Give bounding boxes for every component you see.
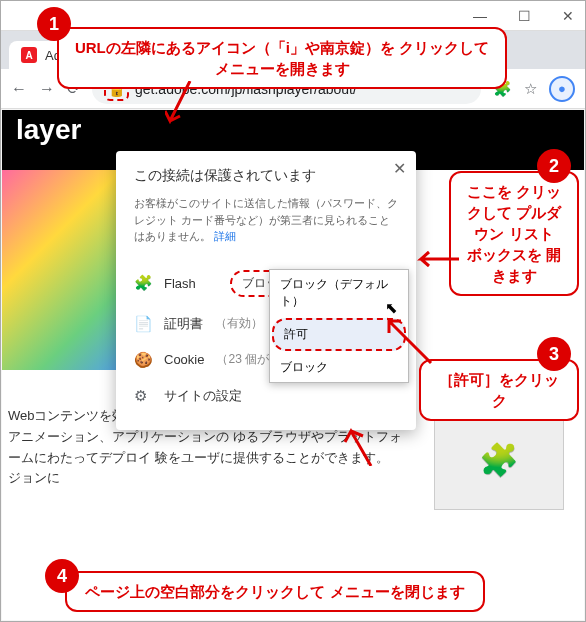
- arrow-3: [381, 313, 437, 373]
- adobe-icon: A: [21, 47, 37, 63]
- cookie-label: Cookie: [164, 352, 204, 367]
- popup-title: この接続は保護されています: [134, 167, 398, 185]
- popup-description: お客様がこのサイトに送信した情報（パスワード、クレジット カード番号など）が第三…: [134, 195, 398, 245]
- arrow-4: [341, 426, 381, 466]
- back-button[interactable]: ←: [11, 80, 27, 98]
- popup-close-icon[interactable]: ✕: [393, 159, 406, 178]
- learn-more-link[interactable]: 詳細: [214, 230, 236, 242]
- close-window-button[interactable]: ✕: [555, 8, 581, 24]
- callout-number-3: 3: [537, 337, 571, 371]
- callout-number-2: 2: [537, 149, 571, 183]
- flash-icon: 🧩: [134, 274, 152, 292]
- callout-2: ここを クリックして プルダウン リスト ボックスを 開きます: [449, 171, 579, 296]
- bookmark-star-icon[interactable]: ☆: [524, 80, 537, 98]
- callout-number-4: 4: [45, 559, 79, 593]
- forward-button[interactable]: →: [39, 80, 55, 98]
- arrow-2: [415, 249, 459, 273]
- maximize-button[interactable]: ☐: [511, 8, 537, 24]
- profile-avatar[interactable]: ●: [549, 76, 575, 102]
- certificate-status: （有効）: [215, 315, 263, 332]
- callout-number-1: 1: [37, 7, 71, 41]
- cookie-icon: 🍪: [134, 351, 152, 369]
- flash-label: Flash: [164, 276, 218, 291]
- callout-1: URLの左隣にあるアイコン（「i」や南京錠）を クリックしてメニューを開きます: [57, 27, 507, 89]
- callout-4: ページ上の空白部分をクリックして メニューを閉じます: [65, 571, 485, 612]
- plugin-placeholder[interactable]: 🧩: [434, 410, 564, 510]
- arrow-1: [165, 81, 195, 131]
- certificate-icon: 📄: [134, 315, 152, 333]
- certificate-label: 証明書: [164, 315, 203, 333]
- minimize-button[interactable]: —: [467, 8, 493, 24]
- gear-icon: ⚙: [134, 387, 152, 405]
- site-settings-label: サイトの設定: [164, 387, 242, 405]
